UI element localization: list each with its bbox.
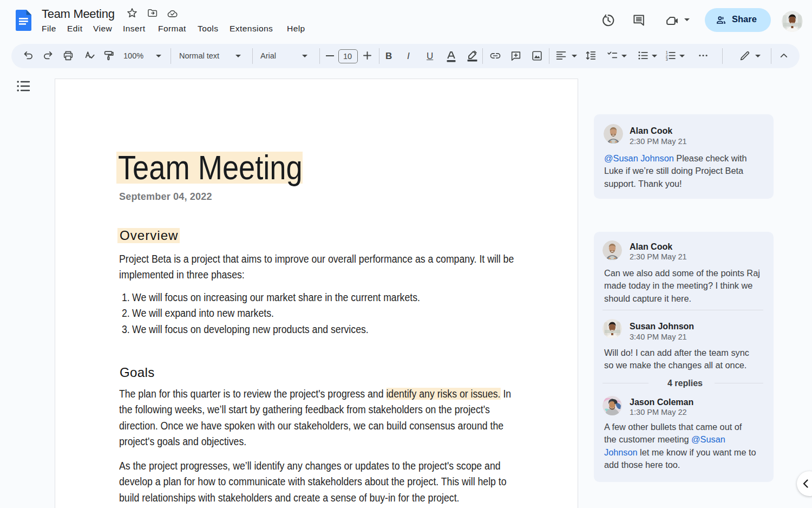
svg-text:3: 3 (666, 57, 668, 61)
